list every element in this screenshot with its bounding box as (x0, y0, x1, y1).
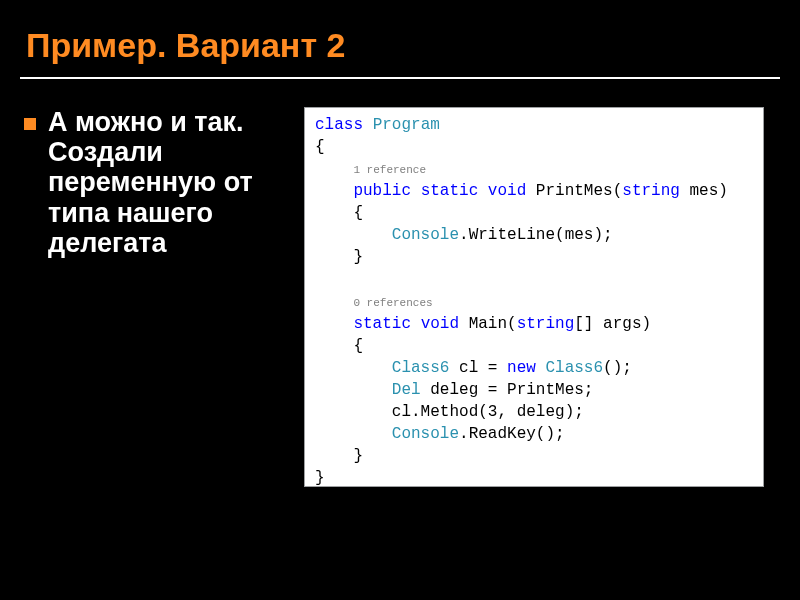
code-token: cl = (449, 359, 507, 377)
code-token: [] args) (574, 315, 651, 333)
bullet-block: А можно и так. Создали переменную от тип… (26, 107, 286, 487)
code-token: mes) (680, 182, 728, 200)
code-token: (); (603, 359, 632, 377)
code-token: void (488, 182, 526, 200)
code-token: { (315, 138, 325, 156)
code-token: { (353, 204, 363, 222)
code-token: } (315, 469, 325, 487)
code-token: class (315, 116, 363, 134)
code-ref: 1 reference (353, 164, 426, 176)
code-token: } (353, 248, 363, 266)
code-token: { (353, 337, 363, 355)
code-token: Console (392, 226, 459, 244)
slide-title: Пример. Вариант 2 (0, 0, 800, 77)
code-token: Del (392, 381, 421, 399)
code-token: .WriteLine(mes); (459, 226, 613, 244)
code-token: deleg = PrintMes; (421, 381, 594, 399)
code-token: .ReadKey(); (459, 425, 565, 443)
code-token: static (353, 315, 411, 333)
code-token: string (622, 182, 680, 200)
code-token: } (353, 447, 363, 465)
code-token: Program (373, 116, 440, 134)
code-token: Class6 (392, 359, 450, 377)
code-token: void (421, 315, 459, 333)
bullet-icon (24, 118, 36, 130)
code-token: cl.Method(3, deleg); (392, 403, 584, 421)
code-token: Class6 (545, 359, 603, 377)
code-box: class Program { 1 reference public stati… (304, 107, 764, 487)
bullet-text: А можно и так. Создали переменную от тип… (48, 107, 286, 258)
code-ref: 0 references (353, 297, 432, 309)
slide-content: А можно и так. Создали переменную от тип… (0, 79, 800, 487)
code-token: string (517, 315, 575, 333)
code-token: new (507, 359, 536, 377)
code-token: PrintMes( (536, 182, 622, 200)
code-token: Console (392, 425, 459, 443)
code-token: static (421, 182, 479, 200)
code-token: Main( (469, 315, 517, 333)
code-token: public (353, 182, 411, 200)
